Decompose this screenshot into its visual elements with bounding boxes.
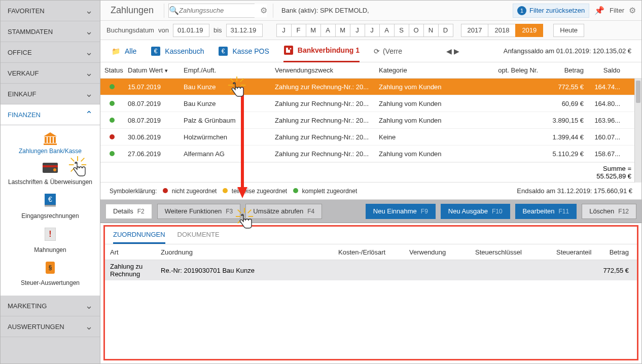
table-row[interactable]: 15.07.2019Bau KunzeZahlung zur Rechnung-… <box>100 79 641 95</box>
th-empf[interactable]: Empf./Auft. <box>180 66 271 74</box>
search-input[interactable] <box>179 4 267 17</box>
svg-marker-0 <box>44 132 57 136</box>
th-datum[interactable]: Datum Wert <box>124 66 180 74</box>
month-button[interactable]: S <box>394 24 409 37</box>
tab-kasse-pos[interactable]: €Kasse POS <box>218 40 269 62</box>
cell-betrag: 3.890,15 € <box>542 117 588 124</box>
sidebar-finanzen[interactable]: FINANZEN⌃ <box>1 104 100 125</box>
date-from-input[interactable]: 01.01.19 <box>173 24 209 37</box>
sidebar-marketing[interactable]: MARKETING⌄ <box>1 296 100 316</box>
sidebar-item-label: Eingangsrechnungen <box>21 212 79 220</box>
month-button[interactable]: A <box>320 24 336 37</box>
sidebar-office[interactable]: OFFICE⌄ <box>1 42 100 63</box>
tab-dokumente[interactable]: DOKUMENTE <box>177 231 220 244</box>
cell-datum: 08.07.2019 <box>124 117 180 124</box>
cell-saldo: 164.74... <box>588 83 628 91</box>
page-title: Zahlungen <box>104 5 160 16</box>
bank-icon <box>43 132 58 145</box>
cell-kategorie: Zahlung vom Kunden <box>375 83 491 91</box>
th-verwendung[interactable]: Verwendungszweck <box>271 66 375 74</box>
sidebar-favoriten[interactable]: FAVORITEN⌄ <box>1 1 100 21</box>
cell-verwendung: Zahlung zur Rechnung-Nr.: 20... <box>271 133 375 141</box>
cell-datum: 15.07.2019 <box>124 83 180 91</box>
pin-icon[interactable]: 📌 <box>592 6 607 15</box>
svg-text:§: § <box>49 264 52 271</box>
year-button[interactable]: 2019 <box>515 24 543 37</box>
neu-einnahme-button[interactable]: Neu EinnahmeF9 <box>366 204 436 219</box>
table-row[interactable]: 27.06.2019Alfermann AGZahlung zur Rechnu… <box>100 145 641 162</box>
sidebar-item-steuer[interactable]: § Steuer-Auswertungen <box>1 262 100 286</box>
weitere-funktionen-button[interactable]: Weitere FunktionenF3 <box>157 204 241 219</box>
legend-title: Symbolerklärung: <box>110 188 157 195</box>
sidebar-item-zahlungen[interactable]: Zahlungen Bank/Kasse <box>1 132 100 155</box>
euro-square-icon: € <box>218 46 228 56</box>
tab-nav-left-icon[interactable]: ◀ <box>446 47 452 55</box>
sidebar-item-lastschriften[interactable]: Lastschriften & Überweisungen <box>1 163 100 186</box>
th-beleg[interactable]: opt. Beleg Nr. <box>491 66 542 74</box>
cell-saldo: 158.67... <box>588 150 628 158</box>
month-button[interactable]: J <box>276 24 292 37</box>
year-button[interactable]: 2018 <box>488 24 516 37</box>
month-button[interactable]: A <box>379 24 395 37</box>
svg-text:€: € <box>222 48 225 55</box>
cell-kategorie: Zahlung vom Kunden <box>375 100 491 107</box>
account-tabs: 📁Alle €Kassenbuch €Kasse POS Bankverbind… <box>100 40 641 62</box>
neu-ausgabe-button[interactable]: Neu AusgabeF10 <box>441 204 510 219</box>
month-button[interactable]: F <box>291 24 306 37</box>
sidebar-item-mahnungen[interactable]: ! Mahnungen <box>1 228 100 253</box>
month-button[interactable]: O <box>409 24 424 37</box>
sidebar-stammdaten[interactable]: STAMMDATEN⌄ <box>1 21 100 42</box>
month-button[interactable]: N <box>423 24 439 37</box>
umsaetze-abrufen-button[interactable]: Umsätze abrufenF4 <box>245 204 322 219</box>
transactions-table: Status Datum Wert Empf./Auft. Verwendung… <box>100 62 641 183</box>
status-dot-icon <box>110 151 115 156</box>
th-status[interactable]: Status <box>100 66 124 74</box>
today-button[interactable]: Heute <box>553 24 584 37</box>
th-saldo[interactable]: Saldo <box>588 66 628 74</box>
status-dot-icon <box>110 118 115 123</box>
scrollbar[interactable] <box>634 79 641 183</box>
date-filter-label: Buchungsdatum <box>106 26 154 34</box>
tab-kassenbuch[interactable]: €Kassenbuch <box>151 40 204 62</box>
sidebar-verkauf[interactable]: VERKAUF⌄ <box>1 63 100 84</box>
cell-verwendung: Zahlung zur Rechnung-Nr.: 20... <box>271 83 375 91</box>
month-button[interactable]: M <box>335 24 350 37</box>
tab-zuordnungen[interactable]: ZUORDNUNGEN <box>113 231 165 244</box>
filter-gear-icon[interactable]: ⚙ <box>627 6 637 15</box>
gear-icon[interactable]: ⚙ <box>259 6 269 15</box>
search-box: 🔍 <box>168 4 255 18</box>
th-betrag[interactable]: Betrag <box>542 66 588 74</box>
month-button[interactable]: J <box>350 24 365 37</box>
sidebar-item-label: Lastschriften & Überweisungen <box>8 178 92 186</box>
details-button[interactable]: DetailsF2 <box>105 204 152 219</box>
cell-datum: 08.07.2019 <box>124 100 180 107</box>
table-row[interactable]: 30.06.2019HolzwürmchenZahlung zur Rechnu… <box>100 129 641 145</box>
tab-nav-right-icon[interactable]: ▶ <box>454 47 459 55</box>
table-body: 15.07.2019Bau KunzeZahlung zur Rechnung-… <box>100 79 641 162</box>
table-row[interactable]: 08.07.2019Palz & GrünbaumZahlung zur Rec… <box>100 112 641 129</box>
bank-info: Bank (aktiv): SPK DETMOLD, <box>281 7 369 14</box>
th-kategorie[interactable]: Kategorie <box>375 66 491 74</box>
table-row[interactable]: 08.07.2019Bau KunzeZahlung zur Rechnung-… <box>100 95 641 112</box>
year-button[interactable]: 2017 <box>461 24 489 37</box>
sidebar-item-eingangsrechnungen[interactable]: € Eingangsrechnungen <box>1 194 100 220</box>
legend-item: komplett zugeordnet <box>293 188 357 195</box>
sparkasse-icon <box>283 45 294 55</box>
detail-row[interactable]: Zahlung zu Rechnung Re.-Nr: 2019030701 B… <box>105 260 637 280</box>
bearbeiten-button[interactable]: BearbeitenF11 <box>515 204 577 219</box>
cell-verwendung: Zahlung zur Rechnung-Nr.: 20... <box>271 150 375 158</box>
chevron-down-icon: ⌄ <box>85 67 93 79</box>
month-button[interactable]: D <box>438 24 453 37</box>
tab-verrechnung[interactable]: ⟳(Verre <box>374 47 402 55</box>
sidebar-auswertungen[interactable]: AUSWERTUNGEN⌄ <box>1 316 100 337</box>
tab-bankverbindung[interactable]: Bankverbindung 1 <box>283 40 360 62</box>
status-dot-icon <box>110 101 115 106</box>
tab-alle[interactable]: 📁Alle <box>111 40 136 62</box>
detail-header: Art Zuordnung Kosten-/Erlösart Verwendun… <box>105 244 637 260</box>
date-to-input[interactable]: 31.12.19 <box>226 24 263 37</box>
sidebar-einkauf[interactable]: EINKAUF⌄ <box>1 84 100 104</box>
month-button[interactable]: J <box>365 24 380 37</box>
filter-reset-button[interactable]: 1 Filter zurücksetzen <box>513 4 589 18</box>
loeschen-button[interactable]: LöschenF12 <box>582 204 636 219</box>
month-button[interactable]: M <box>306 24 321 37</box>
